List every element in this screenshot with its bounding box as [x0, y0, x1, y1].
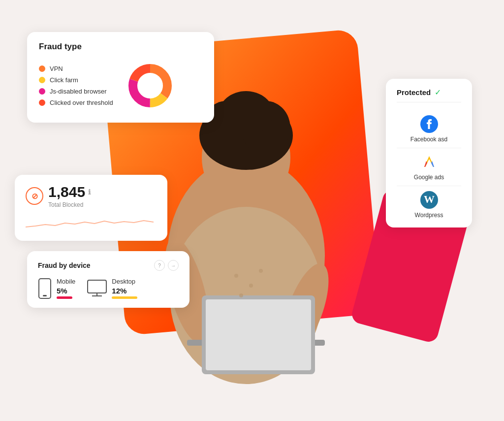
mobile-icon	[38, 278, 52, 299]
desktop-pct: 12%	[112, 287, 137, 295]
blocked-icon: ⊘	[26, 187, 43, 205]
legend-item: Clicked over threshold	[39, 99, 113, 106]
mobile-pct: 5%	[57, 287, 75, 295]
platform-facebook: Facebook asd	[397, 110, 461, 148]
device-card-title: Fraud by device	[38, 261, 91, 269]
google-logo	[420, 153, 438, 171]
svg-rect-23	[88, 280, 106, 293]
platform-wordpress: W Wordpress	[397, 186, 461, 219]
device-card-actions: ? →	[154, 260, 179, 271]
donut-chart	[123, 59, 177, 113]
devices-row: Mobile 5% Desktop 12%	[38, 278, 179, 299]
check-icon: ✓	[435, 88, 441, 97]
legend-item: VPN	[39, 65, 113, 72]
desktop-bar	[112, 296, 137, 299]
fraud-type-title: Fraud type	[39, 42, 202, 52]
blocked-number-group: 1,845 ℹ Total Blocked	[48, 184, 91, 208]
svg-point-14	[239, 293, 243, 297]
device-question-btn[interactable]: ?	[154, 260, 165, 271]
desktop-name: Desktop	[112, 278, 137, 285]
mobile-bar-container	[57, 296, 75, 299]
blocked-label: Total Blocked	[48, 201, 91, 208]
desktop-info: Desktop 12%	[112, 278, 137, 299]
legend-dot	[39, 99, 45, 106]
desktop-bar-container	[112, 296, 137, 299]
wordpress-name: Wordpress	[415, 212, 443, 219]
legend-dot	[39, 65, 45, 72]
blocked-number: 1,845 ℹ	[48, 184, 91, 200]
svg-point-13	[249, 284, 253, 288]
svg-rect-22	[43, 295, 47, 296]
legend-label: Js-disabled browser	[50, 88, 107, 95]
legend-label: VPN	[50, 65, 63, 72]
platform-google: Google ads	[397, 148, 461, 186]
svg-point-5	[219, 91, 273, 135]
protected-header: Protected ✓	[397, 88, 461, 102]
fraud-type-content: VPN Click farm Js-disabled browser Click…	[39, 59, 202, 113]
svg-point-15	[259, 269, 263, 273]
legend-dot	[39, 88, 45, 95]
fraud-type-card: Fraud type VPN Click farm Js-disabled br…	[27, 32, 214, 123]
device-desktop: Desktop 12%	[87, 278, 137, 299]
legend-item: Js-disabled browser	[39, 88, 113, 95]
svg-rect-11	[206, 299, 311, 370]
blocked-card: ⊘ 1,845 ℹ Total Blocked	[15, 175, 167, 241]
desktop-icon	[87, 280, 107, 297]
device-card: Fraud by device ? → Mobile 5%	[27, 251, 189, 308]
legend-label: Click farm	[50, 76, 78, 84]
device-card-header: Fraud by device ? →	[38, 260, 179, 271]
svg-point-12	[234, 274, 238, 278]
blocked-header: ⊘ 1,845 ℹ Total Blocked	[26, 184, 157, 208]
svg-point-20	[139, 75, 161, 97]
wordpress-logo: W	[420, 191, 438, 209]
legend-label: Clicked over threshold	[50, 99, 113, 106]
google-name: Google ads	[414, 174, 444, 181]
blocked-value: 1,845	[48, 184, 85, 200]
facebook-name: Facebook asd	[410, 136, 447, 143]
legend-dot	[39, 77, 45, 83]
svg-text:W: W	[424, 193, 435, 205]
protected-title: Protected	[397, 88, 431, 97]
facebook-logo	[420, 115, 438, 133]
legend-item: Click farm	[39, 76, 113, 84]
blocked-info-icon: ℹ	[88, 188, 91, 196]
sparkline-chart	[26, 212, 157, 232]
mobile-bar	[57, 296, 72, 299]
mobile-info: Mobile 5%	[57, 278, 75, 299]
protected-card: Protected ✓ Facebook asd Google ads	[386, 79, 472, 227]
device-mobile: Mobile 5%	[38, 278, 75, 299]
mobile-name: Mobile	[57, 278, 75, 285]
fraud-legend: VPN Click farm Js-disabled browser Click…	[39, 65, 113, 106]
device-arrow-btn[interactable]: →	[168, 260, 179, 271]
